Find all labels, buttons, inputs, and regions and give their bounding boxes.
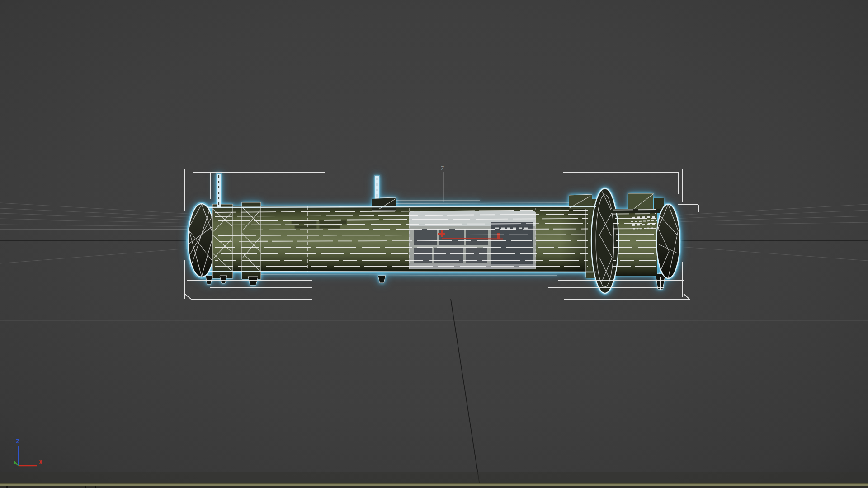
timeline-tick bbox=[85, 486, 86, 488]
gizmo-x-label: X bbox=[39, 459, 42, 465]
timeline-tick bbox=[6, 486, 8, 488]
origin-z-axis-label: Z bbox=[441, 165, 444, 172]
gizmo-z-label: Z bbox=[16, 438, 19, 445]
perspective-viewport[interactable]: Z bbox=[0, 0, 868, 488]
tube-wire-line bbox=[215, 247, 588, 248]
viewport-stage: Z bbox=[0, 0, 868, 488]
rear-end-cap bbox=[656, 204, 680, 278]
tube-wire-line bbox=[215, 253, 588, 254]
left-end-cap bbox=[188, 204, 215, 277]
top-sight-post-left bbox=[217, 174, 221, 207]
rear-flange-disc bbox=[591, 188, 618, 293]
timeline-tick bbox=[95, 486, 96, 488]
top-latch-tab bbox=[372, 197, 396, 211]
active-viewport-border bbox=[0, 484, 868, 486]
track-bar-sliver[interactable] bbox=[0, 472, 868, 488]
